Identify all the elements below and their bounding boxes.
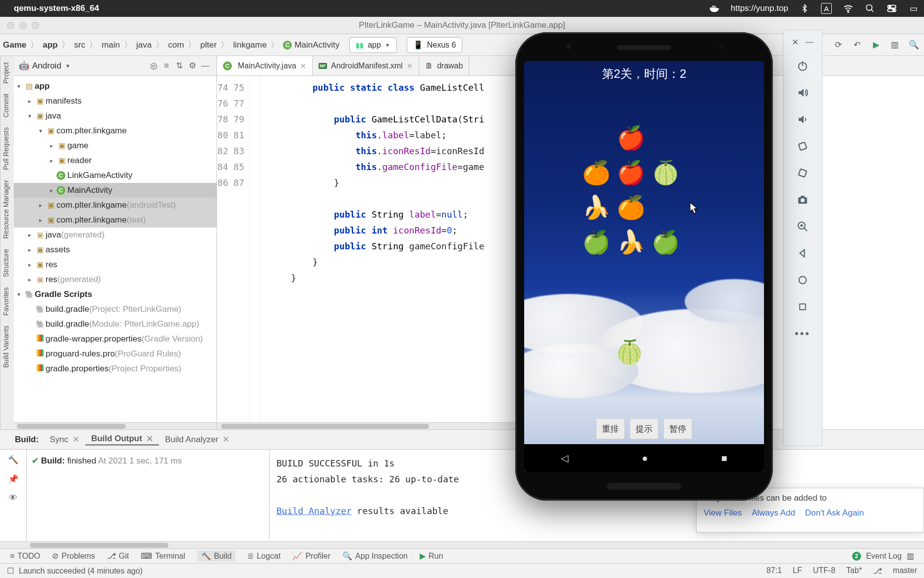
git-branch-icon[interactable]: ⎇	[873, 566, 882, 576]
tree-row[interactable]: ▸▣com.plter.linkgame (test)	[14, 213, 217, 228]
tree-row[interactable]: ▸▣manifests	[14, 94, 217, 109]
game-cell[interactable]: 🍏	[648, 225, 683, 259]
close-icon[interactable]: ✕	[300, 62, 306, 70]
rail-commit[interactable]: Commit	[2, 94, 12, 117]
close-window-icon[interactable]	[7, 22, 14, 29]
fold-gutter[interactable]	[250, 76, 261, 422]
volume-down-icon[interactable]	[794, 111, 811, 128]
tree-row[interactable]: ▾🐘Gradle Scripts	[14, 287, 217, 302]
game-cell[interactable]: 🍎	[613, 120, 648, 155]
tool-logcat[interactable]: ≣Logcat	[247, 551, 280, 561]
minimize-window-icon[interactable]	[19, 22, 27, 29]
rail-project[interactable]: Project	[2, 62, 12, 84]
tree-row[interactable]: ▸▣res (generated)	[14, 272, 217, 287]
run-config-selector[interactable]: ▮▮ app ▼	[349, 37, 397, 53]
editor-tab[interactable]: C MainActivity.java ✕	[217, 56, 313, 75]
rail-build-variants[interactable]: Build Variants	[2, 326, 12, 368]
volume-up-icon[interactable]	[794, 84, 811, 101]
emulator-close-button[interactable]: ✕	[792, 37, 799, 48]
breadcrumb[interactable]: Game〉 app〉 src〉 main〉 java〉 com〉 plter〉 …	[0, 39, 339, 51]
tool-git[interactable]: ⎇Git	[107, 551, 129, 561]
notification-link[interactable]: Always Add	[752, 508, 795, 518]
layout-icon[interactable]: ▥	[889, 40, 900, 51]
left-tool-rail[interactable]: Build Variants Favorites Structure Resou…	[0, 56, 14, 429]
tree-row[interactable]: 🐘build.gradle (Module: PlterLinkGame.app…	[14, 317, 217, 332]
zoom-window-icon[interactable]	[32, 22, 39, 29]
rail-favorites[interactable]: Favorites	[2, 287, 12, 316]
tree-row[interactable]: ▾▤app	[14, 79, 217, 94]
tree-row[interactable]: ▸▣res	[14, 257, 217, 272]
editor-tab[interactable]: MF AndroidManifest.xml ✕	[313, 56, 419, 75]
rotate-left-icon[interactable]	[794, 138, 811, 155]
game-fruit-extra[interactable]: 🍈	[615, 339, 644, 365]
hammer-icon[interactable]: 🔨	[8, 455, 18, 465]
chevron-down-icon[interactable]: ▼	[65, 63, 71, 69]
docker-icon[interactable]	[709, 3, 720, 14]
close-icon[interactable]: ✕	[146, 434, 153, 444]
pin-icon[interactable]: 📌	[8, 474, 18, 484]
breadcrumb-seg[interactable]: app	[43, 40, 57, 50]
game-button-hint[interactable]: 提示	[630, 418, 658, 439]
rail-pull-requests[interactable]: Pull Requests	[2, 127, 12, 170]
breadcrumb-seg[interactable]: linkgame	[233, 40, 267, 50]
rotate-right-icon[interactable]	[794, 165, 811, 181]
game-cell[interactable]: 🍈	[648, 155, 683, 190]
spotlight-icon[interactable]	[865, 3, 875, 13]
sort-icon[interactable]: ⇅	[173, 60, 186, 71]
tree-row[interactable]: ▾▣java	[14, 109, 217, 123]
notification-link[interactable]: View Files	[704, 508, 742, 518]
game-cell[interactable]: 🍊	[613, 190, 648, 225]
breadcrumb-seg[interactable]: Game	[3, 40, 26, 50]
build-tab-output[interactable]: Build Output✕	[85, 434, 159, 446]
active-app-name[interactable]: qemu-system-x86_64	[14, 3, 99, 13]
game-cell[interactable]: 🍏	[579, 225, 613, 259]
sidecar-icon[interactable]: ▭	[908, 3, 919, 14]
game-cell[interactable]: 🍌	[579, 190, 613, 225]
tree-row[interactable]: ▸▣assets	[14, 242, 217, 257]
notification-link[interactable]: Don't Ask Again	[805, 508, 864, 518]
eye-icon[interactable]: 👁	[9, 493, 17, 503]
tool-build[interactable]: 🔨Build	[197, 550, 236, 562]
tree-row[interactable]: 🐘build.gradle (Project: PlterLinkGame)	[14, 302, 217, 317]
overview-circle-icon[interactable]	[794, 272, 811, 289]
power-icon[interactable]	[794, 58, 811, 74]
breadcrumb-seg[interactable]: com	[168, 40, 184, 50]
status-square-icon[interactable]: ☐	[7, 566, 14, 576]
build-tab-analyzer[interactable]: Build Analyzer✕	[159, 434, 235, 445]
tool-todo[interactable]: ≡TODO	[10, 552, 40, 561]
bluetooth-icon[interactable]	[799, 4, 810, 13]
traffic-lights[interactable]	[0, 22, 39, 29]
layout-icon[interactable]: ▥	[907, 551, 914, 561]
sync-icon[interactable]: ⟳	[833, 40, 844, 51]
tree-row[interactable]: proguard-rules.pro (ProGuard Rules)	[14, 347, 217, 361]
tool-run[interactable]: ▶Run	[420, 551, 443, 561]
status-caret[interactable]: 87:1	[766, 566, 782, 576]
control-center-icon[interactable]	[886, 3, 897, 14]
status-line-sep[interactable]: LF	[793, 566, 802, 576]
tree-row[interactable]: gradle-wrapper.properties (Gradle Versio…	[14, 332, 217, 347]
breadcrumb-seg[interactable]: main	[102, 40, 120, 50]
rail-structure[interactable]: Structure	[2, 249, 12, 277]
tool-event-log[interactable]: Event Log	[866, 552, 902, 561]
scrollbar-horizontal[interactable]	[0, 541, 924, 548]
status-branch[interactable]: master	[893, 566, 917, 576]
status-indent[interactable]: Tab*	[846, 566, 862, 576]
scrollbar-horizontal[interactable]	[14, 422, 217, 429]
game-button-pause[interactable]: 暂停	[663, 418, 692, 439]
tree-row[interactable]: ▸▣com.plter.linkgame (androidTest)	[14, 198, 217, 213]
undo-icon[interactable]: ↶	[852, 40, 863, 51]
tool-terminal[interactable]: ⌨Terminal	[141, 551, 185, 561]
rail-resource-mgr[interactable]: Resource Manager	[2, 180, 12, 239]
build-tab-sync[interactable]: Sync✕	[44, 434, 85, 445]
breadcrumb-seg[interactable]: plter	[200, 40, 217, 50]
tree-row[interactable]: ▸▣game	[14, 138, 217, 153]
close-icon[interactable]: ✕	[72, 434, 79, 445]
breadcrumb-seg[interactable]: java	[136, 40, 152, 50]
game-cell[interactable]: 🍎	[613, 155, 648, 190]
project-panel-header[interactable]: 🤖 Android ▼ ◎ ≡ ⇅ ⚙ —	[14, 56, 217, 76]
tool-problems[interactable]: ⊘Problems	[52, 551, 95, 561]
device-selector[interactable]: 📱 Nexus 6	[407, 37, 463, 53]
breadcrumb-seg[interactable]: src	[74, 40, 85, 50]
tree-row[interactable]: ▸▣java (generated)	[14, 228, 217, 242]
search-icon[interactable]: 🔍	[908, 40, 919, 51]
